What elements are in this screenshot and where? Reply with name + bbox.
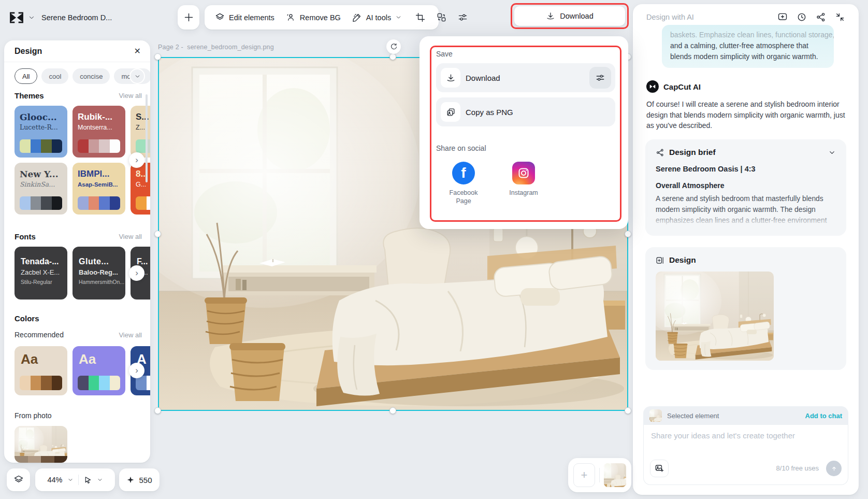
panel-title: Design (15, 47, 42, 56)
chevron-down-icon[interactable] (828, 149, 836, 156)
design-panel-header: Design ✕ (4, 40, 150, 62)
design-panel: Design ✕ All cool concise modern Themes … (4, 40, 150, 463)
app-window: Serene Bedroom D... Edit elements Remove… (0, 0, 868, 499)
chips-expand-button[interactable] (129, 68, 145, 84)
cursor-icon[interactable] (83, 476, 92, 484)
credits-button[interactable]: 550 (119, 468, 160, 491)
themes-section-header: Themes View all (15, 91, 142, 100)
ai-tools-button[interactable]: AI tools (352, 12, 402, 22)
theme-swatches (136, 196, 150, 210)
theme-card[interactable]: Rubik-... Montserra... (73, 106, 125, 158)
font-card[interactable]: Tenada-... Zacbel X-E... Stilu-Regular (15, 247, 67, 300)
selection-handle-bottom-center[interactable] (389, 407, 396, 414)
brief-body: A serene and stylish bedroom that master… (656, 193, 836, 226)
from-photo-header: From photo (15, 411, 142, 420)
layers-panel-button[interactable] (7, 468, 30, 491)
selection-handle-bottom-right[interactable] (625, 407, 631, 414)
collapse-icon[interactable] (835, 12, 845, 22)
theme-swatches (20, 196, 62, 210)
attach-image-button[interactable] (650, 460, 669, 477)
selected-element-thumbnail (649, 409, 662, 422)
from-photo-card[interactable] (15, 426, 67, 463)
selection-handle-top-center[interactable] (389, 53, 396, 60)
divider (78, 475, 79, 485)
zoom-play-controls: 44% (35, 468, 115, 491)
colors-view-all[interactable]: View all (119, 331, 142, 339)
share-icon[interactable] (816, 12, 826, 22)
chip-concise[interactable]: concise (73, 68, 110, 84)
selected-element-bar: Selected element Add to chat (643, 406, 848, 425)
design-card: Design (645, 247, 846, 370)
adjust-button[interactable] (458, 12, 468, 22)
themes-next-button[interactable]: › (129, 152, 144, 168)
font-card[interactable]: Glute... Baloo-Reg... HammersmithOn... (73, 247, 125, 300)
close-icon[interactable]: ✕ (134, 46, 141, 56)
facebook-icon: f (452, 162, 475, 184)
chip-all[interactable]: All (15, 68, 37, 84)
add-page-button[interactable]: + (573, 463, 595, 487)
fonts-view-all[interactable]: View all (119, 233, 142, 240)
page-label: Page 2 - serene_bedroom_design.png (158, 44, 274, 51)
download-icon (441, 68, 460, 88)
color-swatches (20, 376, 62, 390)
capcut-logo[interactable] (8, 11, 25, 24)
selection-handle-mid-right[interactable] (625, 231, 631, 237)
download-icon (546, 11, 555, 21)
selection-handle-mid-left[interactable] (154, 231, 161, 237)
colors-next-button[interactable]: › (129, 363, 144, 378)
new-chat-icon[interactable] (777, 12, 788, 22)
history-icon[interactable] (797, 12, 807, 22)
project-menu-chevron-icon[interactable] (28, 14, 35, 21)
selection-handle-top-left[interactable] (154, 53, 161, 60)
theme-card[interactable]: New Y... SinkinSa... (15, 163, 67, 215)
credits-count: 550 (139, 476, 152, 484)
theme-swatches (20, 139, 62, 153)
crop-button[interactable] (415, 12, 425, 22)
themes-view-all[interactable]: View all (119, 92, 142, 99)
assistant-message: Of course! I will create a serene and st… (646, 99, 849, 131)
send-button[interactable] (826, 461, 842, 476)
chip-cool[interactable]: cool (41, 68, 68, 84)
share-facebook-button[interactable]: f Facebook Page (435, 162, 492, 205)
design-result-thumbnail[interactable] (656, 272, 774, 361)
add-element-button[interactable] (178, 5, 199, 30)
color-card[interactable]: Aa (73, 346, 125, 395)
brief-section-heading: Overall Atmosphere (656, 181, 836, 190)
edit-elements-button[interactable]: Edit elements (215, 12, 274, 22)
chat-input-area: 8/10 free uses (643, 425, 848, 485)
brief-title: Serene Bedroom Oasis | 4:3 (656, 165, 836, 173)
add-to-chat-button[interactable]: Add to chat (805, 412, 843, 420)
person-cutout-icon (286, 12, 296, 22)
theme-card[interactable]: IBMPl... Asap-SemiB... (73, 163, 125, 215)
selection-handle-bottom-left[interactable] (154, 407, 161, 414)
theme-swatches (136, 139, 150, 153)
design-brief-card[interactable]: Design brief Serene Bedroom Oasis | 4:3 … (645, 139, 846, 236)
chat-input[interactable] (651, 431, 842, 440)
free-uses-counter: 8/10 free uses (776, 464, 819, 472)
fonts-next-button[interactable]: › (129, 265, 144, 281)
remove-bg-button[interactable]: Remove BG (286, 12, 341, 22)
canvas-toolbar: Edit elements Remove BG AI tools (205, 5, 439, 30)
rotate-button[interactable] (386, 39, 401, 54)
panel-scrollbar[interactable] (146, 94, 148, 182)
save-popup-title: Save (436, 50, 453, 58)
project-title[interactable]: Serene Bedroom D... (41, 13, 112, 22)
page-thumbnail[interactable] (604, 463, 626, 487)
layers-icon (215, 12, 225, 22)
copy-image-icon (441, 102, 460, 122)
color-card[interactable]: Aa (15, 346, 67, 395)
zoom-level[interactable]: 44% (47, 476, 62, 484)
replace-button[interactable] (437, 12, 446, 22)
download-button[interactable]: Download (514, 6, 625, 26)
download-settings-button[interactable] (589, 67, 611, 89)
chevron-down-icon[interactable] (97, 477, 103, 483)
share-instagram-button[interactable]: Instagram (495, 162, 552, 197)
color-swatches (78, 376, 120, 390)
theme-swatches (78, 196, 120, 210)
chevron-down-icon[interactable] (67, 477, 74, 483)
popup-copy-png-row[interactable]: Copy as PNG (436, 97, 615, 126)
theme-swatches (78, 139, 120, 153)
share-heading: Share on social (436, 144, 486, 152)
theme-card[interactable]: Glooc... Lucette-R... (15, 106, 67, 158)
popup-download-row[interactable]: Download (436, 63, 615, 92)
